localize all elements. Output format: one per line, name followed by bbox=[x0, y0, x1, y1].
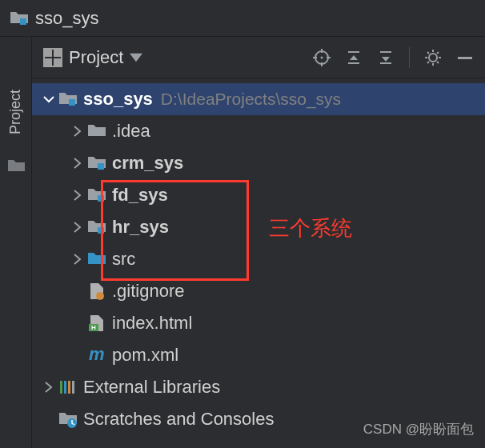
annotation-text: 三个系统 bbox=[269, 214, 352, 242]
expand-all-button[interactable] bbox=[345, 49, 363, 66]
chevron-right-icon[interactable] bbox=[69, 190, 86, 201]
collapse-all-button[interactable] bbox=[377, 49, 395, 66]
project-tool-window: Project sso_sys D:\IdeaProjects\sso_sys … bbox=[32, 37, 485, 448]
html-file-icon bbox=[86, 314, 107, 333]
tree-node-crm[interactable]: crm_sys bbox=[32, 147, 485, 179]
tree-node-index[interactable]: index.html bbox=[32, 307, 485, 339]
tree-path: D:\IdeaProjects\sso_sys bbox=[161, 90, 341, 109]
tree-node-idea[interactable]: .idea bbox=[32, 115, 485, 147]
tool-window-bar: Project bbox=[0, 37, 32, 448]
tree-label: fd_sys bbox=[112, 185, 168, 206]
module-icon bbox=[58, 90, 78, 109]
tree-label: .idea bbox=[112, 121, 150, 142]
library-icon bbox=[58, 378, 78, 397]
project-toolbar: Project bbox=[32, 37, 485, 78]
tree-node-external-libs[interactable]: External Libraries bbox=[32, 371, 485, 403]
settings-button[interactable] bbox=[424, 49, 442, 66]
tree-label: sso_sys bbox=[83, 89, 153, 110]
select-opened-file-button[interactable] bbox=[313, 49, 331, 66]
watermark: CSDN @盼盼面包 bbox=[363, 420, 474, 438]
tree-node-root[interactable]: sso_sys D:\IdeaProjects\sso_sys bbox=[32, 83, 485, 115]
tree-label: crm_sys bbox=[112, 153, 183, 174]
tree-label: hr_sys bbox=[112, 217, 169, 238]
tree-node-gitignore[interactable]: .gitignore bbox=[32, 275, 485, 307]
separator bbox=[409, 47, 410, 68]
maven-file-icon bbox=[86, 346, 107, 365]
project-tree[interactable]: sso_sys D:\IdeaProjects\sso_sys .idea cr… bbox=[32, 78, 485, 440]
module-icon bbox=[10, 9, 29, 28]
title-bar: sso_sys bbox=[0, 0, 485, 37]
chevron-right-icon[interactable] bbox=[69, 254, 86, 265]
module-icon bbox=[86, 218, 107, 237]
project-view-icon bbox=[43, 48, 62, 67]
chevron-right-icon[interactable] bbox=[69, 158, 86, 169]
project-tool-tab[interactable]: Project bbox=[6, 85, 26, 139]
tree-label: Scratches and Consoles bbox=[83, 409, 274, 430]
module-icon bbox=[86, 186, 107, 205]
chevron-right-icon[interactable] bbox=[69, 126, 86, 137]
project-view-label: Project bbox=[69, 47, 123, 68]
tree-label: src bbox=[112, 249, 135, 270]
project-view-selector[interactable]: Project bbox=[43, 47, 142, 68]
module-icon bbox=[86, 154, 107, 173]
tree-node-src[interactable]: src bbox=[32, 243, 485, 275]
chevron-down-icon bbox=[130, 51, 142, 64]
chevron-right-icon[interactable] bbox=[40, 382, 58, 393]
structure-tool-icon[interactable] bbox=[7, 157, 25, 174]
tree-label: .gitignore bbox=[112, 281, 185, 302]
tree-label: External Libraries bbox=[83, 377, 220, 398]
file-icon bbox=[86, 282, 107, 301]
scratches-icon bbox=[58, 410, 78, 429]
tree-label: index.html bbox=[112, 313, 192, 334]
hide-button[interactable] bbox=[456, 49, 474, 66]
window-title: sso_sys bbox=[35, 8, 98, 29]
folder-icon bbox=[86, 122, 107, 141]
tree-node-pom[interactable]: pom.xml bbox=[32, 339, 485, 371]
chevron-down-icon[interactable] bbox=[40, 94, 58, 105]
tree-node-fd[interactable]: fd_sys bbox=[32, 179, 485, 211]
source-folder-icon bbox=[86, 250, 107, 269]
chevron-right-icon[interactable] bbox=[69, 222, 86, 233]
tree-label: pom.xml bbox=[112, 345, 178, 366]
tree-node-hr[interactable]: hr_sys bbox=[32, 211, 485, 243]
